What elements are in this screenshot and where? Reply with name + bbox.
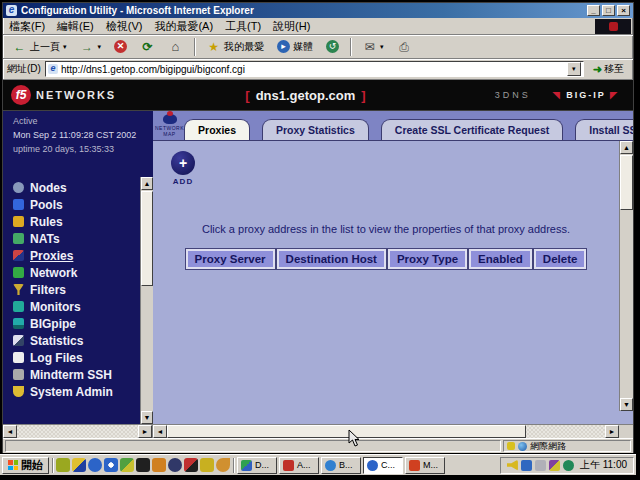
history-button[interactable]: ↺ bbox=[321, 37, 344, 56]
sidebar-item-monitors[interactable]: Monitors bbox=[13, 298, 139, 315]
scrollbar-thumb[interactable] bbox=[141, 191, 153, 286]
taskbar-separator bbox=[233, 458, 234, 473]
scrollbar-track[interactable] bbox=[17, 425, 138, 438]
tab-proxy-statistics[interactable]: Proxy Statistics bbox=[262, 119, 369, 140]
history-icon: ↺ bbox=[326, 40, 339, 53]
network-map-button[interactable]: NETWORK MAP bbox=[155, 114, 184, 137]
menu-help[interactable]: 說明(H) bbox=[273, 19, 310, 34]
quicklaunch-icon[interactable] bbox=[200, 458, 214, 472]
address-url: http://dns1.getop.com/bigipgui/bigconf.c… bbox=[61, 64, 567, 75]
column-proxy-server: Proxy Server bbox=[186, 249, 275, 269]
stop-button[interactable]: ✕ bbox=[109, 37, 132, 56]
sidebar-item-nodes[interactable]: Nodes bbox=[13, 179, 139, 196]
sidebar-item-nats[interactable]: NATs bbox=[13, 230, 139, 247]
address-dropdown-icon[interactable]: ▾ bbox=[567, 62, 581, 76]
column-enabled: Enabled bbox=[469, 249, 532, 269]
security-zone-panel: 網際網路 bbox=[503, 440, 631, 452]
taskbar-window-button-active[interactable]: C... bbox=[363, 457, 403, 474]
quicklaunch-icon[interactable] bbox=[72, 458, 86, 472]
address-input[interactable]: e http://dns1.getop.com/bigipgui/bigconf… bbox=[45, 61, 584, 77]
quicklaunch-icon[interactable] bbox=[168, 458, 182, 472]
sidebar-item-statistics[interactable]: Statistics bbox=[13, 332, 139, 349]
sidebar-item-bigpipe[interactable]: BIGpipe bbox=[13, 315, 139, 332]
forward-dropdown-icon: ▾ bbox=[98, 43, 102, 51]
sidebar-hscrollbar[interactable]: ◄ ► bbox=[3, 425, 153, 438]
taskbar-window-button[interactable]: D... bbox=[237, 457, 277, 474]
menu-tools[interactable]: 工具(T) bbox=[225, 19, 261, 34]
scrollbar-thumb[interactable] bbox=[167, 425, 526, 438]
scroll-right-icon[interactable]: ► bbox=[138, 425, 152, 438]
scroll-left-icon[interactable]: ◄ bbox=[3, 425, 17, 438]
forward-button[interactable]: → ▾ bbox=[75, 36, 107, 57]
taskbar-window-button[interactable]: A... bbox=[279, 457, 319, 474]
go-button[interactable]: ➜ 移至 bbox=[588, 61, 629, 77]
content-hscrollbar[interactable]: ◄ ► bbox=[153, 425, 633, 438]
home-button[interactable]: ⌂ bbox=[163, 36, 188, 57]
quicklaunch-icon[interactable] bbox=[216, 458, 230, 472]
display-icon[interactable] bbox=[535, 460, 546, 471]
taskbar-window-button[interactable]: B... bbox=[321, 457, 361, 474]
instruction-text: Click a proxy address in the list to vie… bbox=[153, 223, 619, 235]
quicklaunch-icon[interactable] bbox=[120, 458, 134, 472]
network-map-label: NETWORK MAP bbox=[155, 125, 184, 137]
scroll-right-icon[interactable]: ► bbox=[605, 425, 619, 438]
sidebar-item-pools[interactable]: Pools bbox=[13, 196, 139, 213]
back-button[interactable]: ← 上一頁 ▾ bbox=[7, 36, 72, 57]
title-bar[interactable]: e Configuration Utility - Microsoft Inte… bbox=[3, 3, 633, 18]
quicklaunch-icon[interactable] bbox=[88, 458, 102, 472]
sidebar-item-log-files[interactable]: Log Files bbox=[13, 349, 139, 366]
taskbar-separator bbox=[52, 458, 53, 473]
maximize-button[interactable]: □ bbox=[602, 5, 615, 16]
tab-install-ssl-certificate[interactable]: Install SSL Certif bbox=[575, 119, 633, 140]
sidebar-item-rules[interactable]: Rules bbox=[13, 213, 139, 230]
quicklaunch-icon[interactable] bbox=[152, 458, 166, 472]
status-bar: 網際網路 bbox=[3, 438, 633, 453]
tab-create-ssl-certificate-request[interactable]: Create SSL Certificate Request bbox=[381, 119, 563, 140]
menu-view[interactable]: 檢視(V) bbox=[106, 19, 143, 34]
scrollbar-thumb[interactable] bbox=[620, 155, 633, 210]
taskbar-window-button[interactable]: M... bbox=[405, 457, 445, 474]
print-button[interactable]: ⎙ bbox=[392, 36, 417, 57]
close-button[interactable]: × bbox=[617, 5, 630, 16]
scroll-left-icon[interactable]: ◄ bbox=[153, 425, 167, 438]
start-button[interactable]: 開始 bbox=[2, 457, 49, 474]
mail-button[interactable]: ✉ ▾ bbox=[357, 36, 389, 57]
sidebar-item-network[interactable]: Network bbox=[13, 264, 139, 281]
sidebar-item-filters[interactable]: Filters bbox=[13, 281, 139, 298]
scroll-up-icon[interactable]: ▲ bbox=[620, 141, 633, 154]
ie-app-icon bbox=[367, 460, 378, 471]
minimize-button[interactable]: _ bbox=[587, 5, 600, 16]
content-scrollbar[interactable]: ▲ ▼ bbox=[619, 141, 633, 411]
tray-app-icon[interactable] bbox=[549, 460, 560, 471]
favorites-button[interactable]: ★ 我的最愛 bbox=[201, 36, 269, 57]
taskbar-clock[interactable]: 上午 11:00 bbox=[580, 458, 627, 472]
sidebar-item-mindterm-ssh[interactable]: Mindterm SSH bbox=[13, 366, 139, 383]
scrollbar-corner bbox=[619, 425, 633, 438]
scroll-up-icon[interactable]: ▲ bbox=[141, 177, 153, 190]
refresh-button[interactable]: ⟳ bbox=[135, 36, 160, 57]
tab-proxies[interactable]: Proxies bbox=[184, 119, 250, 140]
favorites-icon: ★ bbox=[206, 39, 221, 54]
mail-icon: ✉ bbox=[362, 39, 377, 54]
quicklaunch-icon[interactable] bbox=[104, 458, 118, 472]
scrollbar-track[interactable] bbox=[167, 425, 605, 438]
sidebar-scrollbar[interactable]: ▲ ▼ bbox=[140, 177, 153, 424]
media-button[interactable]: ▸ 媒體 bbox=[272, 37, 318, 57]
menu-favorites[interactable]: 我的最愛(A) bbox=[154, 19, 213, 34]
scroll-down-icon[interactable]: ▼ bbox=[141, 411, 153, 424]
quicklaunch-icon[interactable] bbox=[56, 458, 70, 472]
add-button[interactable]: + bbox=[171, 151, 195, 175]
volume-icon[interactable] bbox=[507, 460, 518, 471]
quicklaunch-icon[interactable] bbox=[184, 458, 198, 472]
sidebar-item-system-admin[interactable]: System Admin bbox=[13, 383, 139, 400]
quicklaunch-icon[interactable] bbox=[136, 458, 150, 472]
sidebar-item-proxies[interactable]: Proxies bbox=[13, 247, 139, 264]
filters-icon bbox=[13, 284, 24, 295]
messenger-icon[interactable] bbox=[521, 460, 532, 471]
menu-file[interactable]: 檔案(F) bbox=[9, 19, 45, 34]
scroll-down-icon[interactable]: ▼ bbox=[620, 398, 633, 411]
menu-edit[interactable]: 編輯(E) bbox=[57, 19, 94, 34]
browser-window: e Configuration Utility - Microsoft Inte… bbox=[2, 2, 634, 453]
network-tray-icon[interactable] bbox=[563, 460, 574, 471]
f5-networks-label: NETWORKS bbox=[36, 89, 116, 101]
